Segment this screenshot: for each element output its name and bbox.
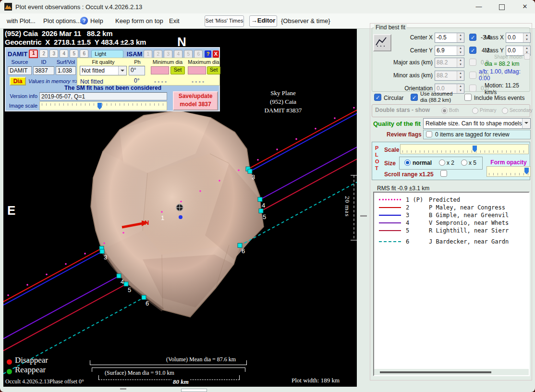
use-assumed-dia-checkbox[interactable]: ✓: [411, 94, 418, 101]
observer-number: 4: [406, 220, 429, 226]
isam-tab-1[interactable]: 1: [144, 50, 152, 58]
observer-list[interactable]: 1 (P)Predicted2P Maley, near Congress3B …: [373, 192, 530, 376]
damit-tab-1[interactable]: 1: [29, 49, 38, 58]
control-panel: Find best fit Center X -0.5▲▼ ✓ -3.4 Cen…: [370, 23, 532, 380]
set-min-dia-button[interactable]: Set: [170, 66, 185, 74]
predicted-path-dot: [315, 128, 316, 130]
light-curves-button[interactable]: Light curves: [91, 50, 123, 58]
damit-tab-6[interactable]: 6: [80, 49, 88, 58]
menu-plot-options[interactable]: Plot options...: [43, 17, 81, 24]
predicted-path-dot: [122, 232, 124, 234]
sky-plane-caption: Sky Plane (952) Caia DAMIT #3837: [246, 89, 320, 115]
double-stars-secondary-radio[interactable]: [502, 108, 508, 114]
predicted-path-dot: [334, 117, 336, 119]
damit-tab-5[interactable]: 5: [70, 49, 78, 58]
list-item[interactable]: 3B Gimple, near Greenvil: [374, 211, 529, 219]
isam-tab-2[interactable]: 2: [154, 50, 162, 58]
slider-thumb[interactable]: [97, 103, 102, 110]
menu-with-plot[interactable]: with Plot...: [7, 17, 36, 24]
observer-number: 5: [406, 227, 429, 234]
image-scale-slider[interactable]: [39, 101, 167, 110]
set-max-dia-button[interactable]: Set: [207, 66, 220, 74]
damit-panel: DAMIT 123456 Light curves ISAM 123456 ? …: [5, 47, 220, 111]
ph-corrn-input[interactable]: 0°: [129, 66, 145, 75]
size-normal-radio[interactable]: [404, 159, 411, 166]
editor-button[interactable]: →Editor: [249, 15, 277, 27]
shape-model-checkbox[interactable]: [524, 53, 530, 60]
isam-tab-4[interactable]: 4: [174, 50, 182, 58]
size-x5-label: x 5: [469, 159, 476, 166]
disappear-icon: [7, 359, 12, 365]
damit-tab-3[interactable]: 3: [49, 49, 58, 58]
plot-vertical-label: PLOT: [375, 145, 380, 172]
menu-exit[interactable]: Exit: [169, 17, 180, 24]
damit-help-button[interactable]: ?: [205, 50, 211, 58]
memory-min-value: - - - -: [154, 78, 167, 85]
mass-x-input[interactable]: 0.0▲▼: [506, 33, 531, 43]
event-title: (952) Caia 2026 Mar 11 88.2 km: [5, 29, 112, 37]
size-x2-radio[interactable]: [439, 159, 445, 166]
east-label: E: [7, 203, 15, 218]
damit-close-button[interactable]: X: [213, 50, 219, 58]
km-scale-bracket: [98, 375, 240, 380]
fit-quality-dropdown[interactable]: Not fitted: [80, 66, 127, 75]
scale-slider[interactable]: [400, 144, 529, 154]
isam-tab-6[interactable]: 6: [194, 50, 203, 58]
center-y-checkbox[interactable]: ✓: [469, 47, 476, 54]
scroll-range-label: Scroll range x1.25: [384, 171, 434, 178]
maximize-button[interactable]: [494, 1, 510, 12]
damit-tab-4[interactable]: 4: [60, 49, 68, 58]
spinner-arrows[interactable]: ▲▼: [523, 33, 530, 42]
scrollbar-thumb[interactable]: [380, 371, 491, 373]
quality-dropdown[interactable]: Reliable size. Can fit to shape models: [423, 118, 531, 129]
review-flags-checkbox[interactable]: [426, 131, 432, 137]
list-horizontal-scrollbar[interactable]: [374, 369, 529, 375]
spinner-arrows[interactable]: ▲▼: [457, 33, 464, 42]
version-info-input[interactable]: 2019-05-07, Q=1: [39, 92, 167, 100]
menu-help[interactable]: Help: [90, 17, 103, 24]
set-miss-times-button[interactable]: Set 'Miss' Times: [205, 15, 244, 27]
chord-line-3: [3, 252, 102, 305]
circular-label: Circular: [384, 95, 403, 101]
list-item[interactable]: 1 (P)Predicted: [374, 196, 529, 203]
chord-line-4: [3, 276, 119, 339]
double-stars-both-radio[interactable]: [441, 108, 448, 114]
double-stars-secondary-label: Secondary: [510, 108, 533, 113]
include-miss-checkbox[interactable]: [464, 94, 472, 101]
form-opacity-slider[interactable]: [486, 166, 531, 177]
resize-grip[interactable]: [181, 389, 207, 392]
circular-checkbox[interactable]: ✓: [374, 94, 381, 101]
sm-fit-note: The SM fit has not been considered: [6, 85, 220, 91]
center-x-input[interactable]: -0.5▲▼: [435, 33, 464, 43]
minor-axis-delta: 0.0: [481, 72, 489, 79]
list-item[interactable]: 6J Bardecker, near Gardn: [374, 238, 529, 245]
spinner-arrows[interactable]: ▲▼: [457, 46, 464, 55]
observer-time-label: {Observer & time}: [281, 17, 330, 24]
scroll-range-checkbox[interactable]: [440, 170, 447, 177]
menu-keep-on-top[interactable]: Keep form on top: [115, 17, 163, 24]
list-item[interactable]: 4V Sempronio, near Whets: [374, 219, 529, 226]
list-item[interactable]: 5R Lighthill, near Sierr: [374, 227, 529, 234]
damit-tab-2[interactable]: 2: [39, 49, 48, 58]
horizontal-scrollbar-thumb[interactable]: [120, 388, 126, 390]
save-update-model-button[interactable]: Save/updatemodel 3837: [173, 91, 218, 110]
min-dia-input[interactable]: [151, 66, 169, 74]
center-x-checkbox[interactable]: ✓: [469, 34, 476, 41]
best-fit-graph-button[interactable]: [373, 34, 391, 51]
isam-tab-3[interactable]: 3: [164, 50, 172, 58]
max-dia-header: Maximum dia: [187, 59, 220, 65]
double-stars-both-label: Both: [449, 108, 459, 113]
list-item[interactable]: 2P Maley, near Congress: [374, 204, 529, 211]
double-stars-primary-radio[interactable]: [472, 108, 478, 114]
event-marker: [259, 209, 263, 213]
center-y-input[interactable]: 6.9▲▼: [435, 46, 464, 56]
max-dia-input[interactable]: [188, 66, 206, 74]
vertical-scrollbar-thumb[interactable]: [360, 215, 367, 217]
use-assumed-dia-label: Use assumeddia (88.2 km): [420, 91, 452, 103]
size-x5-radio[interactable]: [461, 159, 467, 166]
observer-legend-line: [379, 241, 401, 242]
major-axis-checkbox: [469, 59, 476, 66]
close-button[interactable]: ✕: [517, 1, 533, 12]
isam-tab-5[interactable]: 5: [184, 50, 193, 58]
minimize-button[interactable]: —: [471, 1, 487, 12]
